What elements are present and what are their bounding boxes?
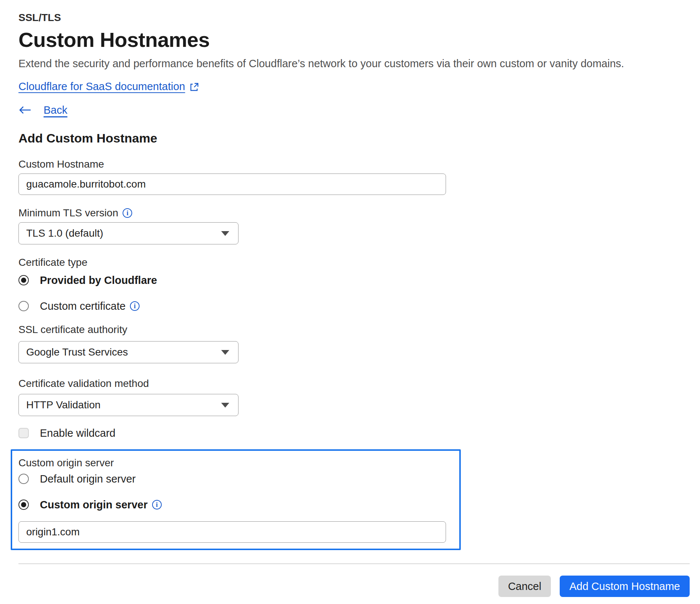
origin-section-label-text: Custom origin server [18, 457, 114, 469]
radio-custom-origin-text: Custom origin server [40, 498, 148, 511]
ssl-authority-label-text: SSL certificate authority [18, 323, 127, 336]
radio-custom-certificate[interactable] [18, 301, 29, 311]
external-link-icon [189, 82, 199, 91]
ssl-authority-select[interactable]: Google Trust Services [18, 341, 239, 363]
radio-default-origin-server[interactable] [18, 474, 29, 484]
min-tls-label-text: Minimum TLS version [18, 207, 118, 219]
custom-hostname-input[interactable] [18, 174, 446, 195]
enable-wildcard-label: Enable wildcard [40, 427, 116, 439]
certificate-type-label-text: Certificate type [18, 256, 88, 269]
origin-option-default: Default origin server [18, 473, 459, 485]
radio-custom-certificate-text: Custom certificate [40, 300, 126, 312]
validation-method-selected-value: HTTP Validation [26, 399, 100, 411]
breadcrumb: SSL/TLS [18, 11, 690, 24]
enable-wildcard-checkbox[interactable] [18, 428, 29, 438]
validation-method-label: Certificate validation method [18, 377, 690, 390]
page-title: Custom Hostnames [18, 28, 690, 52]
radio-custom-certificate-label: Custom certificate i [40, 300, 140, 312]
enable-wildcard-row: Enable wildcard [18, 427, 690, 439]
saas-documentation-link[interactable]: Cloudflare for SaaS documentation [18, 80, 199, 93]
ssl-authority-selected-value: Google Trust Services [26, 346, 128, 358]
info-icon[interactable]: i [152, 500, 162, 509]
add-custom-hostname-button[interactable]: Add Custom Hostname [560, 576, 690, 597]
validation-method-label-text: Certificate validation method [18, 377, 149, 390]
origin-option-custom: Custom origin server i [18, 498, 459, 511]
form-heading: Add Custom Hostname [18, 130, 690, 146]
divider [18, 563, 690, 564]
certificate-type-option-provided: Provided by Cloudflare [18, 274, 690, 286]
form-actions: Cancel Add Custom Hostname [18, 576, 690, 597]
info-icon[interactable]: i [130, 301, 140, 311]
back-row: Back [18, 103, 690, 117]
custom-origin-server-section: Custom origin server Default origin serv… [11, 449, 461, 550]
radio-provided-by-cloudflare[interactable] [18, 275, 29, 285]
info-icon[interactable]: i [123, 208, 132, 218]
validation-method-select[interactable]: HTTP Validation [18, 394, 239, 416]
cancel-button[interactable]: Cancel [498, 576, 551, 597]
radio-custom-origin-label: Custom origin server i [40, 498, 162, 511]
back-link[interactable]: Back [44, 103, 67, 117]
certificate-type-label: Certificate type [18, 256, 690, 269]
radio-custom-origin-server[interactable] [18, 500, 29, 510]
radio-provided-label: Provided by Cloudflare [40, 274, 157, 286]
chevron-down-icon [221, 231, 229, 236]
custom-origin-server-input[interactable] [18, 521, 446, 543]
doc-link-label: Cloudflare for SaaS documentation [18, 80, 185, 93]
chevron-down-icon [221, 350, 229, 355]
back-arrow-icon[interactable] [18, 105, 32, 115]
min-tls-selected-value: TLS 1.0 (default) [26, 227, 103, 239]
custom-hostnames-page: SSL/TLS Custom Hostnames Extend the secu… [0, 11, 700, 597]
min-tls-select[interactable]: TLS 1.0 (default) [18, 222, 239, 244]
certificate-type-option-custom: Custom certificate i [18, 300, 690, 312]
custom-hostname-label-text: Custom Hostname [18, 158, 104, 171]
origin-section-label: Custom origin server [18, 457, 459, 469]
page-description: Extend the security and performance bene… [18, 57, 690, 70]
radio-default-origin-label: Default origin server [40, 473, 136, 485]
min-tls-label: Minimum TLS version i [18, 207, 690, 219]
chevron-down-icon [221, 403, 229, 408]
custom-hostname-label: Custom Hostname [18, 158, 690, 171]
ssl-authority-label: SSL certificate authority [18, 323, 690, 336]
